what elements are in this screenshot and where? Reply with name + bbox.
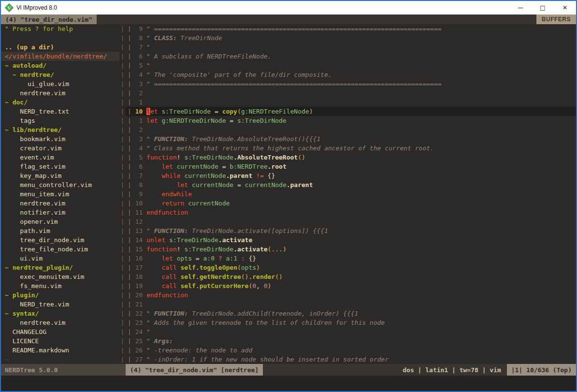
code-line[interactable]: |6 let currentNode = b:NERDTree.root [126, 162, 576, 171]
nerdtree-entry[interactable]: creator.vim [1, 144, 119, 153]
code-line[interactable]: |8 let currentNode = currentNode.parent [126, 180, 576, 189]
code-line[interactable]: |2 [126, 88, 576, 98]
buffers-label: BUFFERS [536, 15, 576, 24]
code-line[interactable]: |7" [126, 43, 576, 52]
code-line[interactable]: |24" [126, 327, 576, 336]
nerdtree-entry[interactable]: ~ plugin/ [1, 290, 119, 300]
nerdtree-entry[interactable]: CHANGELOG [1, 327, 119, 336]
nerdtree-entry[interactable]: ~ autoload/ [1, 61, 119, 70]
code-line[interactable]: |1 [126, 98, 576, 107]
nerdtree-entry[interactable]: opener.vim [1, 217, 119, 226]
window-separator[interactable]: ||||||||||||||||||||||||||||||||||||| [119, 24, 126, 364]
nerdtree-entry[interactable]: ui.vim [1, 254, 119, 263]
code-line[interactable]: |8" CLASS: TreeDirNode [126, 33, 576, 43]
code-line[interactable]: |3" ====================================… [126, 79, 576, 88]
minimize-button[interactable]: — [509, 1, 532, 15]
code-line[interactable]: |16 let opts = a:0 ? a:1 : {} [126, 254, 576, 263]
code-line[interactable]: |10 return currentNode [126, 199, 576, 208]
code-line[interactable]: |10let s:TreeDirNode = copy(g:NERDTreeFi… [126, 107, 576, 116]
nerdtree-entry[interactable]: tree_dir_node.vim [1, 235, 119, 245]
nerdtree-entry: ~ [1, 355, 119, 364]
nerdtree-entry[interactable]: ui_glue.vim [1, 79, 119, 88]
code-line[interactable]: |5" [126, 61, 576, 70]
nerdtree-entry[interactable]: nerdtree.vim [1, 199, 119, 208]
code-line[interactable]: |9" ====================================… [126, 24, 576, 33]
nerdtree-entry[interactable]: bookmark.vim [1, 134, 119, 144]
nerdtree-entry[interactable]: ~ nerdtree_plugin/ [1, 263, 119, 272]
code-line[interactable]: |17 call self.toggleOpen(opts) [126, 263, 576, 272]
code-line[interactable]: |20endfunction [126, 290, 576, 300]
code-line[interactable]: |4" Class method that returns the highes… [126, 144, 576, 153]
nerdtree-entry[interactable]: fs_menu.vim [1, 281, 119, 290]
statusline-fileinfo: dos | latin1 | tw=78 | vim [397, 364, 507, 376]
nerdtree-entry[interactable]: LICENCE [1, 336, 119, 346]
statusline-position: |1| 10/636 (Top) [507, 364, 576, 376]
nerdtree-entry[interactable]: " Press ? for help [1, 24, 119, 33]
nerdtree-entry[interactable]: event.vim [1, 153, 119, 162]
tab-tree-dir-node[interactable]: (4) "tree_dir_node.vim" [1, 15, 97, 24]
nerdtree-entry[interactable]: ~ doc/ [1, 98, 119, 107]
tabline: (4) "tree_dir_node.vim" BUFFERS [1, 15, 576, 24]
statusline-cursor-position: 10/636 (Top) [526, 366, 572, 374]
code-line[interactable]: |27" -inOrder: 1 if the new node should … [126, 355, 576, 364]
code-line[interactable]: |12 [126, 217, 576, 226]
nerdtree-panel: " Press ? for help.. (up a dir)</vimfile… [1, 24, 119, 364]
code-line[interactable]: |21 [126, 300, 576, 309]
code-line[interactable]: |1let g:NERDTreeDirNode = s:TreeDirNode [126, 116, 576, 125]
vim-app-icon: V [5, 3, 14, 12]
nerdtree-entry[interactable]: exec_menuitem.vim [1, 272, 119, 281]
nerdtree-entry[interactable]: ~ syntax/ [1, 309, 119, 318]
nerdtree-entry[interactable]: ~ lib/nerdtree/ [1, 125, 119, 134]
nerdtree-entry[interactable]: nerdtree.vim [1, 318, 119, 327]
code-line[interactable]: |22" FUNCTION: TreeDirNode.addChild(tree… [126, 309, 576, 318]
nerdtree-entry[interactable]: menu_item.vim [1, 189, 119, 199]
code-line[interactable]: |2 [126, 125, 576, 134]
nerdtree-entry[interactable]: tags [1, 116, 119, 125]
code-line[interactable]: |14unlet s:TreeDirNode.activate [126, 235, 576, 245]
nerdtree-entry[interactable]: ~ nerdtree/ [1, 70, 119, 79]
main-statusline: (4) "tree_dir_node.vim" [nerdtree] dos |… [126, 364, 576, 376]
nerdtree-entry [1, 33, 119, 43]
code-line[interactable]: |18 call self.getNerdtree().render() [126, 272, 576, 281]
editor-area: " Press ? for help.. (up a dir)</vimfile… [1, 24, 576, 364]
statusline-window-number: |1| [511, 366, 522, 374]
svg-text:V: V [7, 5, 11, 11]
nerdtree-entry[interactable]: menu_controller.vim [1, 180, 119, 189]
code-line[interactable]: |26" -treenode: the node to add [126, 346, 576, 355]
code-line[interactable]: |6" A subclass of NERDTreeFileNode. [126, 52, 576, 61]
nerdtree-entry[interactable]: path.vim [1, 226, 119, 235]
nerdtree-statusline: NERDTree 5.0.0 [1, 364, 126, 376]
code-line[interactable]: |5function! s:TreeDirNode.AbsoluteTreeRo… [126, 153, 576, 162]
editor-panel: |9" ====================================… [126, 24, 576, 364]
code-line[interactable]: |19 call self.putCursorHere(0, 0) [126, 281, 576, 290]
code-line[interactable]: |13" FUNCTION: TreeDirNode.activate([opt… [126, 226, 576, 235]
nerdtree-entry[interactable]: flag_set.vim [1, 162, 119, 171]
statusline-filename: (4) "tree_dir_node.vim" [nerdtree] [126, 364, 263, 376]
window-controls: — □ ✕ [509, 1, 576, 15]
code-line[interactable]: |3" FUNCTION: TreeDirNode.AbsoluteTreeRo… [126, 134, 576, 144]
code-line[interactable]: |9 endwhile [126, 189, 576, 199]
code-line[interactable]: |7 while currentNode.parent != {} [126, 171, 576, 180]
statusline: NERDTree 5.0.0 (4) "tree_dir_node.vim" [… [1, 364, 576, 376]
command-line [1, 376, 576, 391]
nerdtree-entry[interactable]: .. (up a dir) [1, 43, 119, 52]
nerdtree-entry[interactable]: NERD_tree.vim [1, 300, 119, 309]
code-line[interactable]: |25" Args: [126, 336, 576, 346]
code-line[interactable]: |11endfunction [126, 208, 576, 217]
maximize-button[interactable]: □ [532, 1, 554, 15]
close-button[interactable]: ✕ [554, 1, 576, 15]
nerdtree-entry[interactable]: key_map.vim [1, 171, 119, 180]
gvim-window: V Vi IMproved 8.0 — □ ✕ (4) "tree_dir_no… [0, 0, 577, 392]
nerdtree-entry[interactable]: </vimfiles/bundle/nerdtree/ [1, 52, 119, 61]
nerdtree-entry[interactable]: nerdtree.vim [1, 88, 119, 98]
code-line[interactable]: |4" The 'composite' part of the file/dir… [126, 70, 576, 79]
nerdtree-entry[interactable]: tree_file_node.vim [1, 245, 119, 254]
window-title: Vi IMproved 8.0 [16, 4, 57, 11]
titlebar: V Vi IMproved 8.0 — □ ✕ [1, 1, 576, 15]
code-line[interactable]: |23" Adds the given treenode to the list… [126, 318, 576, 327]
nerdtree-entry[interactable]: README.markdown [1, 346, 119, 355]
nerdtree-entry[interactable]: notifier.vim [1, 208, 119, 217]
code-line[interactable]: |15function! s:TreeDirNode.activate(...) [126, 245, 576, 254]
nerdtree-entry[interactable]: NERD_tree.txt [1, 107, 119, 116]
